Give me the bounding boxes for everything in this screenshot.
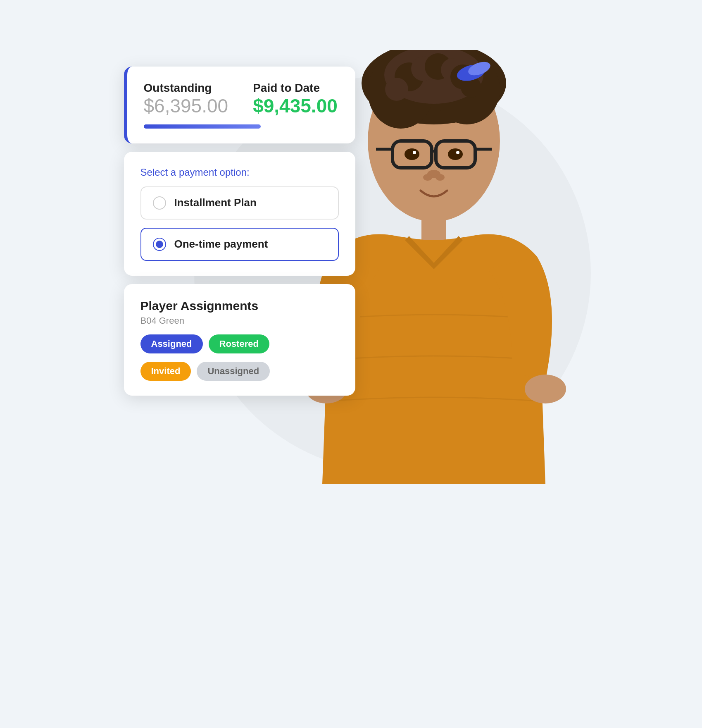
cards-stack: Outstanding $6,395.00 Paid to Date $9,43… xyxy=(124,67,355,396)
badge-invited: Invited xyxy=(140,362,191,381)
one-time-payment-label: One-time payment xyxy=(174,238,268,251)
svg-point-20 xyxy=(405,148,419,160)
svg-point-23 xyxy=(456,151,459,154)
badges-row-1: Assigned Rostered xyxy=(140,334,339,353)
outstanding-card: Outstanding $6,395.00 Paid to Date $9,43… xyxy=(124,67,355,143)
paid-to-date-label: Paid to Date xyxy=(253,81,338,95)
scene: Outstanding $6,395.00 Paid to Date $9,43… xyxy=(124,33,578,695)
outstanding-amount: $6,395.00 xyxy=(144,95,228,117)
player-assignments-card: Player Assignments B04 Green Assigned Ro… xyxy=(124,284,355,396)
outstanding-label: Outstanding xyxy=(144,81,228,95)
radio-inner-dot xyxy=(156,241,163,248)
paid-to-date-amount: $9,435.00 xyxy=(253,95,338,117)
installment-plan-option[interactable]: Installment Plan xyxy=(140,186,339,220)
badge-unassigned: Unassigned xyxy=(197,362,270,381)
progress-bar xyxy=(144,124,261,129)
installment-radio[interactable] xyxy=(153,196,166,210)
assignments-subtitle: B04 Green xyxy=(140,315,339,326)
badge-rostered: Rostered xyxy=(209,334,269,353)
one-time-payment-option[interactable]: One-time payment xyxy=(140,228,339,261)
badges-row-2: Invited Unassigned xyxy=(140,362,339,381)
payment-select-label: Select a payment option: xyxy=(140,167,339,178)
svg-point-11 xyxy=(385,78,408,101)
svg-point-26 xyxy=(435,174,445,181)
one-time-radio[interactable] xyxy=(153,238,166,251)
svg-point-25 xyxy=(423,174,432,181)
assignments-title: Player Assignments xyxy=(140,299,339,313)
installment-plan-label: Installment Plan xyxy=(174,196,257,209)
payment-card: Select a payment option: Installment Pla… xyxy=(124,152,355,276)
badge-assigned: Assigned xyxy=(140,334,203,353)
svg-point-22 xyxy=(413,151,416,154)
svg-point-21 xyxy=(448,148,463,160)
svg-point-29 xyxy=(525,375,566,403)
